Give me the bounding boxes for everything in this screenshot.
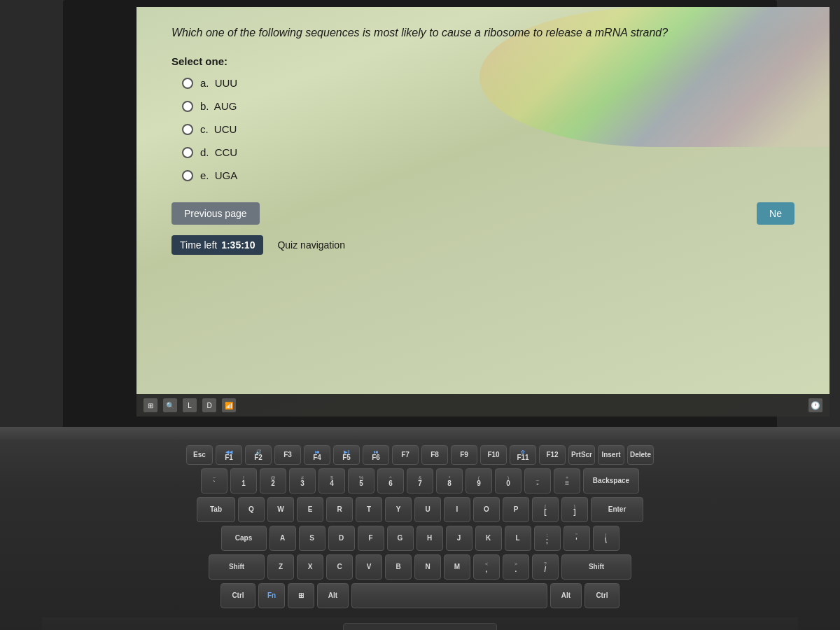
key-shift-left[interactable]: Shift [209, 554, 265, 580]
key-t[interactable]: T [356, 497, 382, 522]
key-quote[interactable]: "' [564, 526, 590, 551]
key-c[interactable]: C [326, 554, 353, 580]
option-d[interactable]: d. CCU [182, 146, 794, 158]
key-period[interactable]: >. [503, 554, 529, 580]
radio-d[interactable] [182, 147, 193, 158]
key-d[interactable]: D [328, 526, 355, 551]
key-backspace[interactable]: Backspace [583, 468, 639, 493]
key-minus[interactable]: _- [524, 468, 551, 493]
key-3[interactable]: #3 [289, 468, 316, 493]
key-q[interactable]: Q [238, 497, 265, 522]
key-semicolon[interactable]: :; [534, 526, 561, 551]
key-x[interactable]: X [297, 554, 323, 580]
key-r[interactable]: R [326, 497, 353, 522]
key-prtscr[interactable]: PrtScr [568, 445, 595, 465]
key-f[interactable]: F [358, 526, 384, 551]
key-delete[interactable]: Delete [627, 445, 654, 465]
radio-c[interactable] [182, 124, 193, 135]
taskbar-chrome-icon[interactable]: D [202, 398, 216, 412]
key-h[interactable]: H [416, 526, 443, 551]
key-enter[interactable]: Enter [591, 497, 643, 522]
radio-b[interactable] [182, 101, 193, 112]
key-i[interactable]: I [444, 497, 470, 522]
key-ctrl-right[interactable]: Ctrl [584, 583, 620, 608]
key-slash[interactable]: ?/ [532, 554, 559, 580]
key-u[interactable]: U [414, 497, 441, 522]
key-insert[interactable]: Insert [598, 445, 624, 465]
option-c[interactable]: c. UCU [182, 123, 794, 135]
key-n[interactable]: N [414, 554, 441, 580]
radio-e[interactable] [182, 170, 193, 181]
key-2[interactable]: @2 [260, 468, 286, 493]
key-b[interactable]: B [385, 554, 412, 580]
key-tilde[interactable]: ~` [201, 468, 227, 493]
key-e[interactable]: E [297, 497, 323, 522]
key-backslash[interactable]: |\ [593, 526, 620, 551]
key-capslock[interactable]: Caps [221, 526, 267, 551]
key-space[interactable] [351, 583, 547, 608]
key-1[interactable]: !1 [230, 468, 257, 493]
quiz-container: Which one of the following sequences is … [136, 7, 830, 272]
option-a[interactable]: a. UUU [182, 77, 794, 89]
key-z[interactable]: Z [267, 554, 294, 580]
key-8[interactable]: *8 [436, 468, 463, 493]
key-6[interactable]: ^6 [377, 468, 404, 493]
time-left-label: Time left [180, 239, 217, 251]
key-f8[interactable]: F8 [421, 445, 448, 465]
next-page-button[interactable]: Ne [757, 202, 794, 225]
previous-page-button[interactable]: Previous page [172, 202, 260, 225]
key-9[interactable]: (9 [465, 468, 492, 493]
taskbar-wifi-icon[interactable]: 📶 [222, 398, 236, 412]
key-f5[interactable]: ▶‖F5 [333, 445, 360, 465]
key-alt-right[interactable]: Alt [550, 583, 582, 608]
key-4[interactable]: $4 [318, 468, 345, 493]
option-b[interactable]: b. AUG [182, 100, 794, 112]
key-bracket-r[interactable]: }] [561, 497, 588, 522]
key-p[interactable]: P [503, 497, 529, 522]
key-tab[interactable]: Tab [197, 497, 235, 522]
key-y[interactable]: Y [385, 497, 412, 522]
key-f10[interactable]: F10 [480, 445, 507, 465]
key-o[interactable]: O [473, 497, 500, 522]
key-esc[interactable]: Esc [186, 445, 213, 465]
palm-rest [42, 617, 798, 630]
key-l[interactable]: L [505, 526, 531, 551]
key-a[interactable]: A [270, 526, 296, 551]
option-e[interactable]: e. UGA [182, 169, 794, 181]
quiz-navigation-link[interactable]: Quiz navigation [277, 239, 345, 251]
key-bracket-l[interactable]: {[ [532, 497, 559, 522]
key-k[interactable]: K [475, 526, 502, 551]
key-m[interactable]: M [444, 554, 470, 580]
key-g[interactable]: G [387, 526, 414, 551]
key-f9[interactable]: F9 [451, 445, 477, 465]
trackpad[interactable] [343, 623, 497, 631]
key-f7[interactable]: F7 [392, 445, 419, 465]
key-f4[interactable]: ⏮F4 [304, 445, 330, 465]
key-f2[interactable]: 🔊F2 [245, 445, 272, 465]
key-f11[interactable]: ✿F11 [510, 445, 536, 465]
key-5[interactable]: %5 [348, 468, 374, 493]
key-comma[interactable]: <, [473, 554, 500, 580]
taskbar-search-icon[interactable]: 🔍 [163, 398, 177, 412]
key-0[interactable]: )0 [495, 468, 522, 493]
taskbar-clock-icon: 🕐 [808, 398, 822, 412]
taskbar-browser-icon[interactable]: L [183, 398, 197, 412]
key-equals[interactable]: += [554, 468, 580, 493]
key-j[interactable]: J [446, 526, 472, 551]
key-ctrl-left[interactable]: Ctrl [220, 583, 255, 608]
key-alt-left[interactable]: Alt [317, 583, 349, 608]
key-s[interactable]: S [299, 526, 326, 551]
key-7[interactable]: &7 [407, 468, 433, 493]
radio-a[interactable] [182, 78, 193, 89]
key-v[interactable]: V [356, 554, 382, 580]
key-win[interactable]: ⊞ [288, 583, 314, 608]
key-f12[interactable]: F12 [539, 445, 566, 465]
time-left-badge: Time left 1:35:10 [172, 235, 263, 255]
key-fn[interactable]: Fn [258, 583, 285, 608]
key-f3[interactable]: F3 [274, 445, 301, 465]
key-w[interactable]: W [267, 497, 294, 522]
key-f6[interactable]: ⏭F6 [363, 445, 389, 465]
taskbar-windows-icon[interactable]: ⊞ [144, 398, 158, 412]
key-shift-right[interactable]: Shift [561, 554, 631, 580]
key-f1[interactable]: ◀◀F1 [216, 445, 242, 465]
